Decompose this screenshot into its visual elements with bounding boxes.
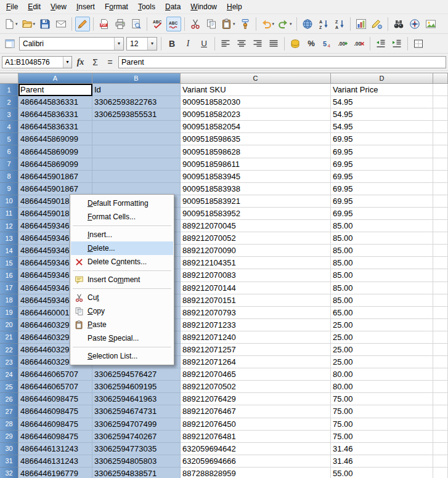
cell-C18[interactable]: 889212070151 xyxy=(181,294,331,307)
sort-ascending-icon[interactable]: AZ xyxy=(316,17,331,31)
cell-C22[interactable]: 889212071257 xyxy=(181,344,331,356)
cell-D3[interactable]: 54.95 xyxy=(331,108,433,121)
row-header-1[interactable]: 1 xyxy=(0,84,18,96)
cell-A31[interactable]: 4866446131243 xyxy=(18,455,92,468)
cell-C30[interactable]: 632059694642 xyxy=(181,443,331,455)
row-header-31[interactable]: 31 xyxy=(0,455,18,468)
underline-icon[interactable]: U xyxy=(197,36,211,51)
cell-D2[interactable]: 54.95 xyxy=(331,96,433,108)
cell-D10[interactable]: 69.95 xyxy=(331,195,433,208)
function-wizard-icon[interactable]: fx xyxy=(74,55,87,68)
cell-C31[interactable]: 632059694666 xyxy=(181,455,331,468)
row-header-30[interactable]: 30 xyxy=(0,443,18,455)
cell-D9[interactable]: 69.95 xyxy=(331,183,433,195)
name-box[interactable]: A1:B1048576 ▾ xyxy=(2,56,72,68)
cell-A30[interactable]: 4866446131243 xyxy=(18,443,92,455)
cell-A1[interactable]: Parent xyxy=(18,84,92,96)
spelling-icon[interactable]: ABC xyxy=(150,17,165,31)
cell-D32[interactable]: 55.00 xyxy=(331,468,433,478)
row-header-24[interactable]: 24 xyxy=(0,368,18,381)
cell-C27[interactable]: 889212076467 xyxy=(181,405,331,418)
menu-item-insert-comment[interactable]: Insert Comment xyxy=(71,273,173,286)
cell-A5[interactable]: 4866445869099 xyxy=(18,133,92,145)
menu-item-paste[interactable]: Paste xyxy=(71,318,173,331)
cell-E22[interactable] xyxy=(433,344,448,356)
row-header-21[interactable]: 21 xyxy=(0,331,18,344)
cell-C8[interactable]: 9009518583945 xyxy=(181,171,331,183)
row-header-19[interactable]: 19 xyxy=(0,307,18,319)
menubar-insert[interactable]: Insert xyxy=(71,1,100,13)
menu-item-default-formatting[interactable]: Default Formatting xyxy=(71,196,173,210)
cell-E17[interactable] xyxy=(433,282,448,294)
cell-C25[interactable]: 889212070502 xyxy=(181,381,331,393)
cell-A26[interactable]: 4866446098475 xyxy=(18,393,92,405)
menubar-edit[interactable]: Edit xyxy=(23,1,46,13)
cell-C6[interactable]: 9009518598628 xyxy=(181,145,331,158)
menu-item-delete[interactable]: Delete... xyxy=(71,241,173,255)
cell-A29[interactable]: 4866446098475 xyxy=(18,431,92,443)
cell-E15[interactable] xyxy=(433,257,448,269)
paste-icon[interactable]: ▾ xyxy=(220,17,237,31)
row-header-8[interactable]: 8 xyxy=(0,171,18,183)
format-number-icon[interactable]: 54 xyxy=(320,36,335,51)
add-decimal-icon[interactable]: .00 xyxy=(336,36,351,51)
sum-icon[interactable]: Σ xyxy=(89,55,102,68)
cell-E24[interactable] xyxy=(433,368,448,381)
cell-D14[interactable]: 85.00 xyxy=(331,245,433,257)
cell-C1[interactable]: Variant SKU xyxy=(181,84,331,96)
edit-mode-icon[interactable] xyxy=(75,17,90,31)
cut-icon[interactable] xyxy=(188,17,203,31)
menu-item-delete-contents[interactable]: Delete Contents... xyxy=(71,255,173,269)
cell-C10[interactable]: 9009518583921 xyxy=(181,195,331,208)
cell-A9[interactable]: 4866445901867 xyxy=(18,183,92,195)
cell-C19[interactable]: 889212070793 xyxy=(181,307,331,319)
row-header-32[interactable]: 32 xyxy=(0,468,18,478)
cell-E20[interactable] xyxy=(433,319,448,331)
cell-C13[interactable]: 889212070052 xyxy=(181,232,331,245)
row-header-3[interactable]: 3 xyxy=(0,108,18,121)
new-document-icon[interactable]: ▾ xyxy=(2,17,19,31)
cell-D4[interactable]: 54.95 xyxy=(331,121,433,133)
find-replace-icon[interactable] xyxy=(391,17,406,31)
cell-B31[interactable]: 33062594805803 xyxy=(92,455,181,468)
cell-E31[interactable] xyxy=(433,455,448,468)
cell-C23[interactable]: 889212071264 xyxy=(181,356,331,368)
sidebar-icon[interactable] xyxy=(2,36,17,51)
gallery-icon[interactable] xyxy=(423,17,438,31)
cell-C26[interactable]: 889212076429 xyxy=(181,393,331,405)
chevron-down-icon[interactable]: ▾ xyxy=(114,38,123,50)
cell-D29[interactable]: 75.00 xyxy=(331,431,433,443)
menubar-format[interactable]: Format xyxy=(100,1,133,13)
sort-descending-icon[interactable]: ZA xyxy=(332,17,347,31)
cell-E27[interactable] xyxy=(433,405,448,418)
menu-item-format-cells[interactable]: Format Cells... xyxy=(71,210,173,224)
cell-D6[interactable]: 69.95 xyxy=(331,145,433,158)
cell-D1[interactable]: Variant Price xyxy=(331,84,433,96)
cell-B29[interactable]: 33062594740267 xyxy=(92,431,181,443)
column-header-B[interactable]: B xyxy=(92,73,181,84)
cell-D7[interactable]: 69.95 xyxy=(331,158,433,171)
row-header-12[interactable]: 12 xyxy=(0,220,18,232)
column-header-A[interactable]: A xyxy=(18,73,92,84)
decrease-indent-icon[interactable] xyxy=(373,36,388,51)
cell-A3[interactable]: 4866445836331 xyxy=(18,108,92,121)
cell-C7[interactable]: 9009518598611 xyxy=(181,158,331,171)
cell-D19[interactable]: 65.00 xyxy=(331,307,433,319)
cell-C3[interactable]: 9009518582023 xyxy=(181,108,331,121)
formula-input[interactable] xyxy=(118,56,446,68)
cell-D24[interactable]: 80.00 xyxy=(331,368,433,381)
cell-C12[interactable]: 889212070045 xyxy=(181,220,331,232)
cell-D26[interactable]: 75.00 xyxy=(331,393,433,405)
cell-D12[interactable]: 85.00 xyxy=(331,220,433,232)
open-icon[interactable]: ▾ xyxy=(20,17,37,31)
cell-E23[interactable] xyxy=(433,356,448,368)
cell-C32[interactable]: 887288828959 xyxy=(181,468,331,478)
cell-A8[interactable]: 4866445901867 xyxy=(18,171,92,183)
cell-E1[interactable] xyxy=(433,84,448,96)
row-header-15[interactable]: 15 xyxy=(0,257,18,269)
menu-item-cut[interactable]: Cut xyxy=(71,291,173,304)
format-currency-icon[interactable] xyxy=(288,36,303,51)
cell-D22[interactable]: 25.00 xyxy=(331,344,433,356)
row-header-7[interactable]: 7 xyxy=(0,158,18,171)
auto-spellcheck-icon[interactable]: ABC xyxy=(166,17,181,31)
